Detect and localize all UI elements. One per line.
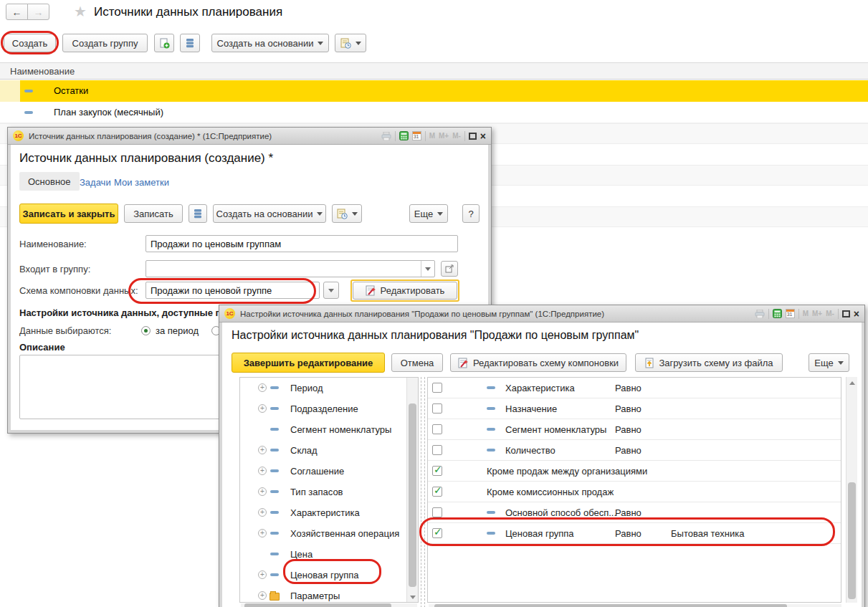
scroll-up-icon[interactable] <box>849 381 855 385</box>
scrollbar-thumb[interactable] <box>244 603 391 607</box>
scroll-down-icon[interactable] <box>410 596 416 599</box>
memory-mplus-button[interactable]: M+ <box>812 310 822 317</box>
condition-row[interactable]: Сегмент номенклатуры Равно <box>428 419 841 440</box>
expand-icon[interactable]: + <box>258 570 267 579</box>
calendar-icon[interactable]: 31 <box>786 309 795 318</box>
favorite-star-icon[interactable]: ★ <box>74 3 87 20</box>
create-based-on-button[interactable]: Создать на основании <box>211 34 329 52</box>
journal-button[interactable] <box>189 204 207 223</box>
tab-tasks[interactable]: Задачи <box>80 177 111 188</box>
save-button[interactable]: Записать <box>124 204 183 223</box>
memory-mminus-button[interactable]: M- <box>452 132 461 140</box>
checkbox[interactable] <box>432 507 442 517</box>
checkbox-checked[interactable]: ✓ <box>432 528 442 538</box>
table-row-selected[interactable]: Остатки <box>0 80 868 102</box>
tree-item[interactable]: + Тип запасов <box>240 482 418 502</box>
condition-row[interactable]: ✓ Кроме продаж между организациями <box>428 461 841 482</box>
dropdown-button[interactable] <box>421 261 434 277</box>
edit-button[interactable]: Редактировать <box>353 282 457 300</box>
expand-icon[interactable]: + <box>258 487 267 496</box>
radio-period[interactable] <box>141 326 151 335</box>
tree-item[interactable]: + Подразделение <box>240 398 418 419</box>
load-scheme-button[interactable]: Загрузить схему из файла <box>635 353 783 372</box>
expand-icon[interactable]: + <box>258 383 267 392</box>
open-button[interactable] <box>441 261 458 277</box>
tree-item[interactable]: + Склад <box>240 440 418 461</box>
cancel-button[interactable]: Отмена <box>391 353 443 372</box>
dialog-titlebar[interactable]: 1С Источник данных планирования (создани… <box>8 128 491 145</box>
memory-mminus-button[interactable]: M- <box>826 310 834 317</box>
tree-item[interactable]: + Соглашение <box>240 461 418 482</box>
pane-splitter[interactable] <box>424 377 425 607</box>
scrollbar-thumb[interactable] <box>434 604 787 607</box>
tab-notes[interactable]: Мои заметки <box>114 177 169 188</box>
more-button[interactable]: Еще <box>809 353 849 372</box>
expand-icon[interactable]: + <box>258 529 267 537</box>
checkbox[interactable] <box>432 383 442 393</box>
scrollbar-thumb[interactable] <box>848 482 856 599</box>
journal-button[interactable] <box>180 34 200 52</box>
expand-icon[interactable]: + <box>258 404 267 413</box>
tree-hscrollbar[interactable] <box>241 603 417 607</box>
group-field[interactable] <box>146 260 435 277</box>
memory-m-button[interactable]: M <box>803 310 809 317</box>
tree-item[interactable]: Цена <box>240 544 418 565</box>
more-button[interactable]: Еще <box>409 204 448 223</box>
condition-row[interactable]: Основной способ обесп... Равно <box>428 502 841 523</box>
report-button[interactable] <box>332 204 362 223</box>
checkbox-checked[interactable]: ✓ <box>432 487 442 497</box>
tree-item[interactable]: + Период <box>240 378 418 398</box>
tree-item[interactable]: + Характеристика <box>240 502 418 523</box>
maximize-button[interactable] <box>842 310 850 317</box>
name-field[interactable]: Продажи по ценовым группам <box>146 235 458 252</box>
create-based-on-button[interactable]: Создать на основании <box>213 204 326 223</box>
scrollbar-thumb[interactable] <box>409 403 416 587</box>
calendar-icon[interactable]: 31 <box>412 131 421 140</box>
tree-item[interactable]: + Ценовая группа <box>240 565 418 586</box>
expand-icon[interactable]: + <box>258 508 267 517</box>
tree-item[interactable]: Сегмент номенклатуры <box>240 419 418 440</box>
calculator-icon[interactable] <box>773 309 782 318</box>
conditions-scrollbar[interactable] <box>846 377 857 603</box>
column-header-name[interactable]: Наименование <box>0 62 868 80</box>
conditions-hscrollbar[interactable] <box>429 604 841 607</box>
expand-icon[interactable]: + <box>258 467 267 475</box>
close-button[interactable]: × <box>480 131 486 141</box>
expand-icon[interactable]: + <box>258 446 267 454</box>
calculator-icon[interactable] <box>399 131 409 140</box>
print-icon[interactable] <box>381 132 391 140</box>
maximize-button[interactable] <box>469 133 477 140</box>
finish-editing-button[interactable]: Завершить редактирование <box>232 353 385 373</box>
copy-button[interactable] <box>154 34 174 52</box>
checkbox[interactable] <box>432 445 442 455</box>
checkbox[interactable] <box>432 403 442 414</box>
condition-row[interactable]: ✓ Ценовая группа Равно Бытовая техника <box>428 523 841 544</box>
condition-row[interactable]: Характеристика Равно <box>428 378 841 398</box>
checkbox-checked[interactable]: ✓ <box>432 466 442 476</box>
tree-scrollbar[interactable] <box>406 378 418 602</box>
create-button[interactable]: Создать <box>4 34 56 52</box>
condition-row[interactable]: ✓ Кроме комиссионных продаж <box>428 482 841 502</box>
scheme-field[interactable]: Продажи по ценовой группе <box>146 282 320 299</box>
close-button[interactable]: × <box>854 309 859 319</box>
tree-item[interactable]: + Параметры <box>240 586 418 603</box>
scheme-dropdown-button[interactable] <box>323 282 339 299</box>
condition-row[interactable]: Назначение Равно <box>428 398 841 419</box>
report-button[interactable] <box>335 34 366 52</box>
edit-scheme-button[interactable]: Редактировать схему компоновки <box>450 353 626 372</box>
condition-row[interactable]: Количество Равно <box>428 440 841 461</box>
help-button[interactable]: ? <box>462 204 480 223</box>
table-row[interactable]: План закупок (месячный) <box>0 102 868 123</box>
checkbox[interactable] <box>432 424 442 434</box>
forward-button[interactable]: → <box>27 4 49 20</box>
dialog-titlebar[interactable]: 1С Настройки источника данных планирован… <box>219 305 864 322</box>
tree-item[interactable]: + Хозяйственная операция <box>240 523 418 544</box>
expand-icon[interactable]: + <box>258 591 267 600</box>
memory-mplus-button[interactable]: M+ <box>439 132 449 140</box>
tab-main[interactable]: Основное <box>19 172 80 191</box>
pane-splitter[interactable] <box>421 377 421 607</box>
memory-m-button[interactable]: M <box>429 132 435 140</box>
print-icon[interactable] <box>755 310 765 318</box>
create-group-button[interactable]: Создать группу <box>62 34 148 52</box>
save-close-button[interactable]: Записать и закрыть <box>19 204 118 224</box>
